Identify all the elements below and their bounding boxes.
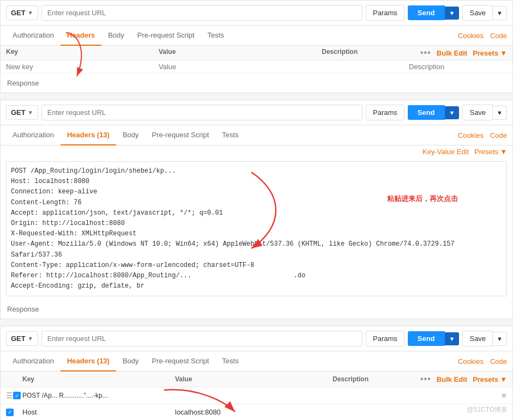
response-section-1: Response — [1, 74, 512, 93]
method-arrow-1: ▼ — [28, 10, 33, 16]
tab-headers-2[interactable]: Headers (13) — [61, 125, 116, 145]
td-check-0[interactable]: ☰ — [6, 391, 22, 400]
new-key-input-1[interactable] — [6, 63, 98, 71]
send-arrow-1[interactable]: ▼ — [445, 7, 460, 20]
th-value-3: Value — [175, 375, 333, 383]
desc-input-1[interactable] — [409, 63, 500, 71]
tab-authorization-2[interactable]: Authorization — [6, 125, 61, 145]
dots-btn-1[interactable]: ••• — [420, 48, 431, 58]
dots-btn-3[interactable]: ••• — [420, 374, 431, 384]
tab-prerequest-2[interactable]: Pre-request Script — [146, 125, 216, 145]
response-label-1: Response — [7, 79, 39, 87]
col-key-header-1: Key — [6, 48, 159, 58]
send-arrow-3[interactable]: ▼ — [445, 332, 460, 345]
method-arrow-2: ▼ — [28, 109, 33, 115]
params-btn-1[interactable]: Params — [366, 5, 405, 21]
params-btn-2[interactable]: Params — [366, 105, 405, 120]
send-arrow-2[interactable]: ▼ — [445, 106, 460, 119]
panel-1: GET ▼ Params Send ▼ Save ▼ Authorization… — [0, 0, 513, 93]
panel-3: GET ▼ Params Send ▼ Save ▼ Authorization… — [0, 326, 513, 420]
save-btn-1[interactable]: Save — [462, 5, 493, 21]
code-link-1[interactable]: Code — [490, 32, 507, 40]
save-group-1: Save ▼ — [462, 5, 507, 21]
tab-authorization-1[interactable]: Authorization — [6, 26, 61, 46]
value-input-1[interactable] — [159, 63, 250, 71]
td-actions-0[interactable]: ✕ — [491, 392, 507, 400]
url-input-2[interactable] — [41, 105, 363, 120]
presets-arrow-1: ▼ — [500, 49, 507, 57]
response-label-2: Response — [7, 305, 39, 313]
presets-btn-1[interactable]: Presets ▼ — [473, 49, 507, 57]
table-row: Host localhost:8080 — [1, 404, 512, 420]
tabs-right-2: Cookies Code — [458, 131, 507, 139]
save-group-3: Save ▼ — [462, 331, 507, 346]
tab-tests-3[interactable]: Tests — [215, 351, 245, 372]
tab-tests-1[interactable]: Tests — [201, 26, 231, 46]
key-value-edit-btn-2[interactable]: Key-Value Edit — [423, 148, 469, 156]
tab-headers-1[interactable]: Headers — [61, 26, 101, 46]
tab-authorization-3[interactable]: Authorization — [6, 351, 61, 372]
save-btn-3[interactable]: Save — [462, 331, 493, 346]
params-btn-3[interactable]: Params — [366, 331, 405, 346]
save-group-2: Save ▼ — [462, 105, 507, 120]
headers-textarea-2[interactable]: POST /App_Routing/login/login/shebei/kp.… — [6, 161, 507, 296]
presets-arrow-2: ▼ — [500, 148, 507, 156]
table-header-3: Key Value Description ••• Bulk Edit Pres… — [1, 372, 512, 387]
save-arrow-2[interactable]: ▼ — [493, 106, 507, 120]
send-group-1: Send ▼ — [408, 5, 460, 20]
td-key-1: Host — [22, 408, 175, 416]
method-select-1[interactable]: GET ▼ — [6, 5, 38, 20]
method-label-1: GET — [11, 9, 26, 17]
col-headers-1: Key Value Description ••• Bulk Edit Pres… — [1, 46, 512, 60]
tab-body-1[interactable]: Body — [101, 26, 131, 46]
td-value-1: localhost:8080 — [175, 408, 420, 416]
save-arrow-1[interactable]: ▼ — [493, 6, 507, 20]
main-container: GET ▼ Params Send ▼ Save ▼ Authorization… — [0, 0, 513, 420]
headers-toolbar-2: Key-Value Edit Presets ▼ — [1, 145, 512, 158]
save-arrow-3[interactable]: ▼ — [493, 332, 507, 346]
th-key-3: Key — [22, 375, 175, 383]
presets-arrow-3: ▼ — [500, 375, 507, 384]
tab-body-3[interactable]: Body — [116, 351, 146, 372]
tab-prerequest-3[interactable]: Pre-request Script — [146, 351, 216, 372]
td-check-1[interactable] — [6, 409, 22, 416]
cookies-link-1[interactable]: Cookies — [458, 32, 484, 40]
tab-tests-2[interactable]: Tests — [215, 125, 245, 145]
tabs-bar-3: Authorization Headers (13) Body Pre-requ… — [1, 351, 512, 372]
url-input-1[interactable] — [41, 5, 363, 21]
save-btn-2[interactable]: Save — [462, 105, 493, 120]
input-row-1 — [1, 60, 512, 74]
presets-btn-2[interactable]: Presets ▼ — [474, 148, 507, 156]
tabs-bar-2: Authorization Headers (13) Body Pre-requ… — [1, 125, 512, 145]
method-select-3[interactable]: GET ▼ — [6, 331, 38, 346]
tab-body-2[interactable]: Body — [116, 125, 146, 145]
tab-headers-3[interactable]: Headers (13) — [61, 351, 116, 372]
col-desc-header-1: Description — [322, 48, 420, 58]
code-link-3[interactable]: Code — [490, 357, 507, 366]
send-btn-3[interactable]: Send — [408, 331, 445, 346]
request-bar-1: GET ▼ Params Send ▼ Save ▼ — [1, 1, 512, 26]
td-key-0: POST /Ap... R..........."....-kp... — [22, 392, 164, 399]
text-area-container-2: POST /App_Routing/login/login/shebei/kp.… — [1, 161, 512, 296]
presets-btn-3[interactable]: Presets ▼ — [473, 375, 507, 384]
tabs-bar-1: Authorization Headers Body Pre-request S… — [1, 26, 512, 46]
method-label-3: GET — [11, 334, 26, 343]
send-group-2: Send ▼ — [408, 105, 460, 120]
send-btn-1[interactable]: Send — [408, 5, 445, 20]
tabs-right-1: Cookies Code — [458, 32, 507, 40]
cookies-link-3[interactable]: Cookies — [458, 357, 484, 366]
code-link-2[interactable]: Code — [490, 131, 507, 139]
checkbox-1[interactable] — [6, 409, 14, 416]
cookies-link-2[interactable]: Cookies — [458, 131, 484, 139]
bulk-edit-btn-3[interactable]: Bulk Edit — [437, 375, 467, 384]
input-key-1 — [6, 63, 159, 71]
tab-prerequest-1[interactable]: Pre-request Script — [131, 26, 201, 46]
send-btn-2[interactable]: Send — [408, 105, 445, 120]
bulk-edit-btn-1[interactable]: Bulk Edit — [437, 49, 467, 57]
url-input-3[interactable] — [41, 331, 363, 346]
checkbox-0[interactable] — [13, 392, 21, 399]
method-select-2[interactable]: GET ▼ — [6, 105, 38, 120]
response-section-2: Response — [1, 300, 512, 319]
drag-handle-icon[interactable]: ☰ — [6, 391, 13, 400]
th-actions-3: ••• Bulk Edit Presets ▼ — [420, 374, 507, 384]
